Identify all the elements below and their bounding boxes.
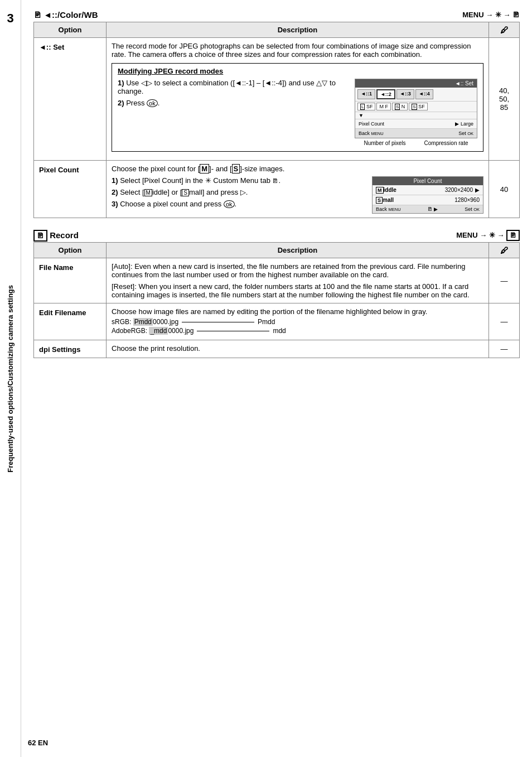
step-2: 2) Press ok. (118, 99, 347, 107)
page-unit: EN (38, 739, 48, 747)
desc-pixel-count: Choose the pixel count for [M]- and [S]-… (107, 161, 489, 218)
ref-filename: — (489, 258, 520, 303)
diagram-caption: Number of pixels Compression rate (355, 138, 477, 148)
option-pixel-count: Pixel Count (34, 161, 107, 218)
modifying-title: Modifying JPEG record modes (118, 67, 477, 75)
table-row: File Name [Auto]: Even when a new card i… (34, 258, 520, 303)
pixel-count-intro: Choose the pixel count for [M]- and [S]-… (112, 165, 483, 173)
color-wb-menu-path: MENU → ✳ → 🖹 (462, 11, 520, 19)
option-dpi: dpi Settings (34, 340, 107, 358)
mode-lsf: L SF (357, 103, 375, 110)
color-wb-table: Option Description 🖊 ◄:: Set The record … (33, 22, 520, 218)
pixel-step-3: 3) Choose a pixel count and press ok. (112, 200, 364, 208)
mode-ssf: S SF (409, 103, 427, 110)
pixel-step-2: 2) Select [Middle] or [Small] and press … (112, 188, 364, 196)
btn-4: ◄::4 (415, 89, 433, 99)
record-table: Option Description 🖊 File Name [Auto]: E… (33, 242, 520, 358)
diagram-down-arrow: ▼ (359, 113, 364, 118)
pixel-count-label: Pixel Count (359, 121, 384, 127)
pcd-small-row: Small 1280×960 (373, 195, 483, 205)
ref-dpi: — (489, 340, 520, 358)
filename-examples: sRGB: Pmdd0000.jpg Pmdd AdobeRGB: _mdd00… (112, 318, 483, 335)
pixel-step-1: 1) Select [Pixel Count] in the ✳ Custom … (112, 176, 364, 185)
diagram-arrow-row: ▼ (355, 112, 477, 119)
table-row: Edit Filename Choose how image files are… (34, 303, 520, 340)
filename-srgb-label: sRGB: Pmdd0000.jpg (112, 318, 178, 326)
record-header: 🖹 Record MENU → ✳ → 🖹 (33, 230, 520, 240)
step-num-1: 1) (118, 79, 124, 87)
chapter-title: Frequently-used options/Customizing came… (6, 285, 14, 472)
caption-compression: Compression rate (424, 140, 468, 146)
pixel-steps-text: 1) Select [Pixel Count] in the ✳ Custom … (112, 176, 364, 214)
filename-adobe-line: AdobeRGB: _mdd0000.jpg mdd (112, 327, 483, 335)
pcd-title: Pixel Count (373, 177, 483, 185)
pcd-small-value: 1280×960 (406, 197, 480, 203)
pcd-mid: 🖹 ▶ (428, 206, 438, 212)
page-footer: 62 EN (28, 739, 48, 747)
record-col-option: Option (34, 243, 107, 258)
desc-set: The record mode for JPEG photographs can… (107, 38, 489, 161)
caption-pixels: Number of pixels (364, 140, 406, 146)
record-col-description: Description (107, 243, 489, 258)
diagram-title: ◄:: Set (455, 80, 473, 86)
mode-sn: S N (392, 103, 408, 110)
pcd-set: Set OK (465, 206, 480, 212)
pcd-middle-label: Middle (376, 187, 404, 193)
ref-edit-filename: — (489, 303, 520, 340)
col-header-option: Option (34, 22, 107, 38)
filename-auto: [Auto]: Even when a new card is inserted… (112, 262, 483, 279)
diagram-info-row: Pixel Count ▶ Large (355, 119, 477, 129)
pcd-middle-value: 3200×2400 (406, 187, 473, 193)
desc-filename: [Auto]: Even when a new card is inserted… (107, 258, 489, 303)
pixel-step-num-2: 2) (112, 188, 118, 196)
color-wb-title: 🖹 ◄::/Color/WB (33, 10, 98, 20)
desc-edit-filename: Choose how image files are named by edit… (107, 303, 489, 340)
pixel-count-diagram: Pixel Count Middle 3200×2400 ▶ Small 128… (372, 176, 483, 214)
camera-diagram: ◄:: Set ◄::1 ◄::2 ◄::3 ◄::4 (355, 79, 477, 148)
pixel-steps-container: 1) Select [Pixel Count] in the ✳ Custom … (112, 176, 483, 214)
pcd-middle-arrow: ▶ (475, 187, 480, 193)
pixel-count-value: ▶ Large (455, 121, 473, 127)
set-label: Set OK (458, 131, 473, 136)
table-row: ◄:: Set The record mode for JPEG photogr… (34, 38, 520, 161)
ref-set: 40, 50,85 (489, 38, 520, 161)
back-label: Back MENU (359, 131, 384, 136)
pixel-step-num-1: 1) (112, 176, 118, 185)
diagram-bottom-row: Back MENU Set OK (355, 129, 477, 138)
steps-text: 1) Use ◁▷ to select a combination ([◄::-… (118, 79, 347, 148)
btn-1: ◄::1 (357, 89, 375, 99)
btn-3: ◄::3 (396, 89, 414, 99)
mode-mf: M F (376, 103, 391, 110)
adobe-dash-line (197, 331, 269, 331)
diagram-title-bar: ◄:: Set (355, 79, 477, 88)
record-title: 🖹 Record (33, 230, 79, 240)
record-col-ref: 🖊 (489, 243, 520, 258)
pcd-back: Back MENU (376, 206, 401, 212)
pcd-middle-row: Middle 3200×2400 ▶ (373, 185, 483, 195)
pixel-step-num-3: 3) (112, 200, 118, 208)
sidebar: 3 Frequently-used options/Customizing ca… (0, 0, 21, 757)
desc-set-text: The record mode for JPEG photographs can… (112, 42, 483, 59)
pixel-count-steps: 1) Select [Pixel Count] in the ✳ Custom … (112, 176, 483, 214)
btn-2: ◄::2 (376, 89, 395, 99)
page-number: 62 (28, 739, 36, 747)
diagram-modes-row: L SF M F S N S SF (355, 102, 477, 112)
steps-container: 1) Use ◁▷ to select a combination ([◄::-… (118, 79, 477, 148)
filename-adobe-suffix: mdd (273, 327, 286, 335)
pcd-bottom: Back MENU 🖹 ▶ Set OK (373, 205, 483, 213)
option-edit-filename: Edit Filename (34, 303, 107, 340)
col-header-description: Description (107, 22, 489, 38)
desc-dpi: Choose the print resolution. (107, 340, 489, 358)
step-1: 1) Use ◁▷ to select a combination ([◄::-… (118, 79, 347, 95)
srgb-dash-line (182, 322, 254, 322)
pcd-small-label: Small (376, 197, 404, 203)
record-menu-path: MENU → ✳ → 🖹 (456, 231, 520, 239)
col-header-ref: 🖊 (489, 22, 520, 38)
table-row: dpi Settings Choose the print resolution… (34, 340, 520, 358)
filename-adobe-label: AdobeRGB: _mdd0000.jpg (112, 327, 194, 335)
filename-reset: [Reset]: When you insert a new card, the… (112, 282, 483, 299)
jpeg-diagram: ◄:: Set ◄::1 ◄::2 ◄::3 ◄::4 (355, 79, 477, 138)
option-set: ◄:: Set (34, 38, 107, 161)
filename-srgb-line: sRGB: Pmdd0000.jpg Pmdd (112, 318, 483, 326)
ref-pixel-count: 40 (489, 161, 520, 218)
